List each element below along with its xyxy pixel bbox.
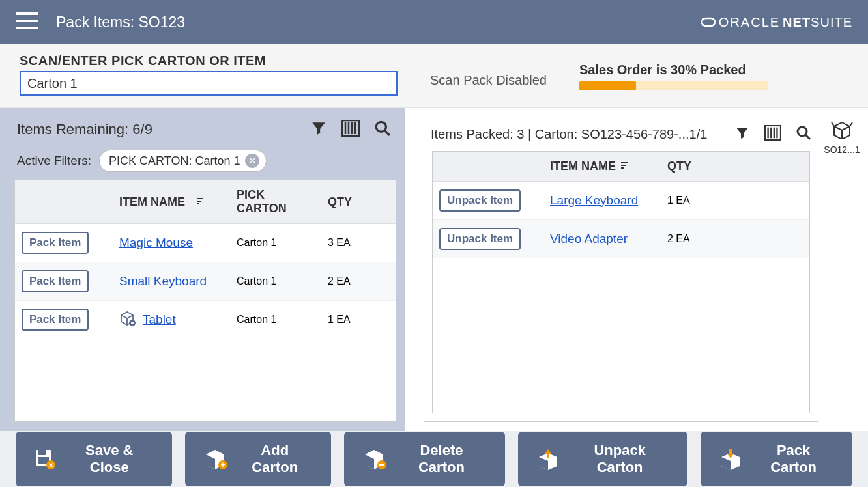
col-item-name[interactable]: ITEM NAME [113,180,230,223]
page-title: Pack Items: SO123 [56,14,185,31]
table-row: Pack ItemSmall KeyboardCarton 12 EA [15,262,396,301]
svg-line-15 [121,315,127,318]
svg-rect-37 [38,450,46,455]
svg-point-19 [131,322,134,324]
svg-line-10 [384,130,390,135]
items-remaining-table: ITEM NAME PICK CARTON QTY Pack ItemMagic… [14,180,396,422]
sort-icon [620,160,629,173]
item-link[interactable]: Tablet [143,313,176,327]
pick-carton-cell: Carton 1 [230,229,321,257]
svg-text:✕: ✕ [48,462,53,469]
item-link[interactable]: Magic Mouse [119,236,193,250]
right-table-body: Unpack ItemLarge Keyboard1 EAUnpack Item… [433,182,809,258]
sort-icon [195,195,205,209]
qty-cell: 1 EA [321,306,373,333]
item-link[interactable]: Small Keyboard [119,274,207,288]
brand-logo: ORACLE NETSUITE [701,14,852,30]
save-close-button[interactable]: ✕ Save & Close [16,432,172,486]
svg-point-25 [798,127,807,136]
progress-fill [579,81,636,90]
barcode-icon[interactable] [764,125,781,143]
scan-disabled-text: Scan Pack Disabled [430,61,547,88]
svg-line-35 [850,122,852,126]
right-table-head: ITEM NAME QTY [433,152,809,182]
col-item-name[interactable]: ITEM NAME [543,152,661,181]
svg-line-16 [127,315,133,318]
menu-icon[interactable] [16,12,38,33]
unpack-item-button[interactable]: Unpack Item [439,228,521,250]
progress-label: Sales Order is 30% Packed [579,63,768,77]
main-area: Items Remaining: 6/9 Active Filters: PIC… [0,108,868,431]
progress-bar [579,81,768,90]
right-panel-header: Items Packed: 3 | Carton: SO123-456-789-… [424,117,818,151]
open-box-icon[interactable] [830,118,854,142]
svg-line-31 [834,126,842,130]
item-link[interactable]: Large Keyboard [550,193,638,208]
unpack-item-button[interactable]: Unpack Item [439,189,521,212]
svg-rect-3 [702,18,715,26]
qty-cell: 1 EA [661,187,713,214]
svg-line-32 [842,126,850,130]
progress-area: Sales Order is 30% Packed [579,59,768,90]
qty-cell: 2 EA [321,268,373,295]
svg-line-34 [832,122,834,126]
table-row: Unpack ItemLarge Keyboard1 EA [433,182,809,220]
item-link[interactable]: Video Adapter [550,232,628,246]
scan-left: SCAN/ENTER PICK CARTON OR ITEM [20,53,398,96]
pick-carton-cell: Carton 1 [230,268,321,295]
filter-icon[interactable] [734,125,750,143]
svg-line-26 [805,135,810,139]
left-header-icons [310,120,391,139]
pack-item-button[interactable]: Pack Item [22,270,89,292]
brand-netsuite: NETSUITE [783,15,852,30]
right-header-icons [734,125,811,143]
col-qty[interactable]: QTY [661,152,713,181]
qty-cell: 2 EA [661,225,713,253]
barcode-icon[interactable] [341,120,360,139]
items-packed-inner: Items Packed: 3 | Carton: SO123-456-789-… [424,117,818,422]
left-table-body: Pack ItemMagic MouseCarton 13 EAPack Ite… [15,224,396,339]
items-remaining-panel: Items Remaining: 6/9 Active Filters: PIC… [0,108,405,431]
pick-carton-cell: Carton 1 [230,306,321,333]
search-icon[interactable] [374,120,391,139]
items-packed-panel: Items Packed: 3 | Carton: SO123-456-789-… [413,108,868,431]
active-filters-label: Active Filters: [17,154,91,168]
items-remaining-title: Items Remaining: 6/9 [17,121,152,138]
left-table-head: ITEM NAME PICK CARTON QTY [15,180,396,224]
filter-chip-text: PICK CARTON: Carton 1 [109,154,240,168]
active-filters: Active Filters: PICK CARTON: Carton 1 ✕ [14,147,396,180]
header-left: Pack Items: SO123 [16,12,185,33]
svg-rect-48 [379,464,384,466]
items-packed-table: ITEM NAME QTY Unpack ItemLarge Keyboard1… [432,151,810,413]
add-carton-button[interactable]: + Add Carton [185,432,331,486]
scan-bar: SCAN/ENTER PICK CARTON OR ITEM Scan Pack… [0,44,868,108]
qty-cell: 3 EA [321,229,373,257]
col-qty[interactable]: QTY [321,180,373,223]
carton-sidebar: SO12...1 [822,117,861,422]
box-gear-icon [119,310,136,329]
scan-label: SCAN/ENTER PICK CARTON OR ITEM [20,53,398,68]
pack-item-button[interactable]: Pack Item [22,309,89,331]
svg-point-9 [376,122,386,132]
pack-carton-button[interactable]: Pack Carton [701,432,852,486]
pack-item-button[interactable]: Pack Item [22,232,89,254]
footer-actions: ✕ Save & Close + Add Carton Delete Carto… [0,431,868,487]
table-row: Unpack ItemVideo Adapter2 EA [433,220,809,258]
svg-text:+: + [220,460,225,469]
brand-oracle: ORACLE [719,15,780,30]
app-header: Pack Items: SO123 ORACLE NETSUITE [0,0,868,44]
items-packed-title: Items Packed: 3 | Carton: SO123-456-789-… [431,127,707,142]
filter-icon[interactable] [310,120,327,139]
filter-chip-close-icon[interactable]: ✕ [245,154,259,168]
left-panel-header: Items Remaining: 6/9 [14,117,396,147]
carton-mini-label[interactable]: SO12...1 [824,145,860,155]
delete-carton-button[interactable]: Delete Carton [344,432,505,486]
unpack-carton-button[interactable]: Unpack Carton [518,432,687,486]
scan-input[interactable] [20,71,398,96]
search-icon[interactable] [796,125,811,143]
col-pick-carton[interactable]: PICK CARTON [230,180,321,223]
filter-chip[interactable]: PICK CARTON: Carton 1 ✕ [99,150,267,172]
table-row: Pack ItemMagic MouseCarton 13 EA [15,224,396,262]
table-row: Pack ItemTabletCarton 11 EA [15,301,396,339]
